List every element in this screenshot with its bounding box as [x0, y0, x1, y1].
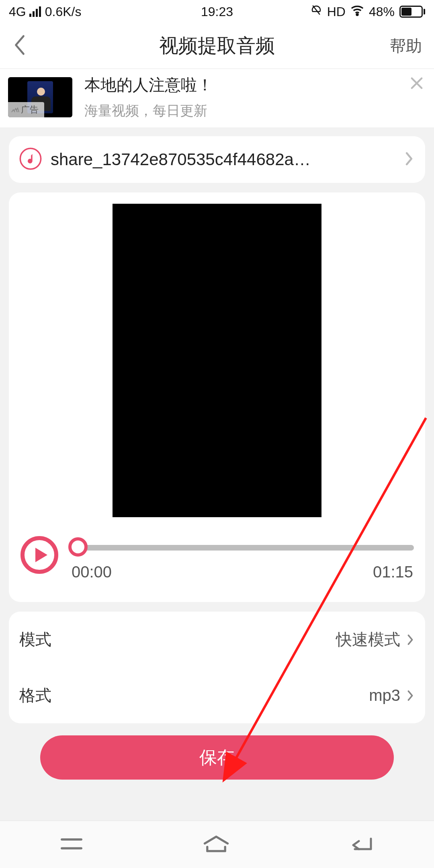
chevron-right-icon	[406, 688, 415, 703]
video-preview[interactable]	[113, 204, 321, 517]
setting-format-value: mp3	[369, 686, 400, 704]
battery-pct: 48%	[369, 4, 395, 19]
ad-title: 本地的人注意啦！	[84, 74, 213, 96]
svg-marker-5	[35, 548, 47, 562]
home-button[interactable]	[201, 834, 231, 856]
status-bar: 4G 0.6K/s 19:23 HD 48%	[0, 0, 434, 23]
help-button[interactable]: 帮助	[390, 35, 422, 57]
ad-subtitle: 海量视频，每日更新	[84, 102, 213, 120]
battery-icon	[399, 6, 425, 18]
wifi-icon	[350, 4, 364, 19]
status-time: 19:23	[201, 4, 233, 19]
time-current: 00:00	[72, 563, 112, 581]
network-speed: 0.6K/s	[45, 4, 82, 19]
back-nav-button[interactable]	[348, 834, 376, 856]
play-button[interactable]	[20, 536, 59, 576]
setting-format[interactable]: 格式 mp3	[9, 667, 425, 723]
save-button-label: 保存	[199, 746, 235, 770]
setting-mode[interactable]: 模式 快速模式	[9, 612, 425, 667]
hd-label: HD	[327, 4, 346, 19]
time-duration: 01:15	[373, 563, 413, 581]
save-button[interactable]: 保存	[40, 735, 394, 780]
signal-icon	[29, 6, 41, 17]
svg-point-3	[20, 148, 41, 169]
file-name: share_13742e870535c4f44682a…	[51, 150, 395, 169]
svg-point-6	[70, 539, 86, 555]
setting-format-label: 格式	[19, 684, 51, 706]
file-row[interactable]: share_13742e870535c4f44682a…	[9, 136, 425, 183]
chevron-right-icon	[403, 150, 415, 169]
ad-close-button[interactable]	[408, 75, 425, 93]
ad-text: 本地的人注意啦！ 海量视频，每日更新	[84, 74, 213, 120]
status-right: HD 48%	[310, 4, 425, 19]
player-card: 00:00 01:15	[9, 192, 425, 602]
page-title: 视频提取音频	[159, 33, 275, 59]
mute-icon	[310, 4, 322, 19]
ad-thumbnail: 广告	[8, 77, 72, 117]
back-button[interactable]	[12, 33, 27, 58]
chevron-right-icon	[406, 633, 415, 647]
recent-apps-button[interactable]	[58, 835, 85, 855]
app-header: 视频提取音频 帮助	[0, 23, 434, 68]
settings-card: 模式 快速模式 格式 mp3	[9, 612, 425, 723]
ad-banner[interactable]: 广告 本地的人注意啦！ 海量视频，每日更新	[0, 69, 434, 127]
status-left: 4G 0.6K/s	[9, 4, 81, 19]
seek-slider[interactable]	[71, 545, 414, 551]
android-navbar	[0, 821, 434, 868]
seek-thumb[interactable]	[68, 537, 88, 558]
music-note-icon	[19, 147, 42, 172]
network-type: 4G	[9, 4, 26, 19]
svg-point-0	[356, 14, 358, 15]
setting-mode-label: 模式	[19, 628, 51, 651]
setting-mode-value: 快速模式	[336, 628, 400, 651]
ad-badge: 广告	[8, 102, 44, 117]
